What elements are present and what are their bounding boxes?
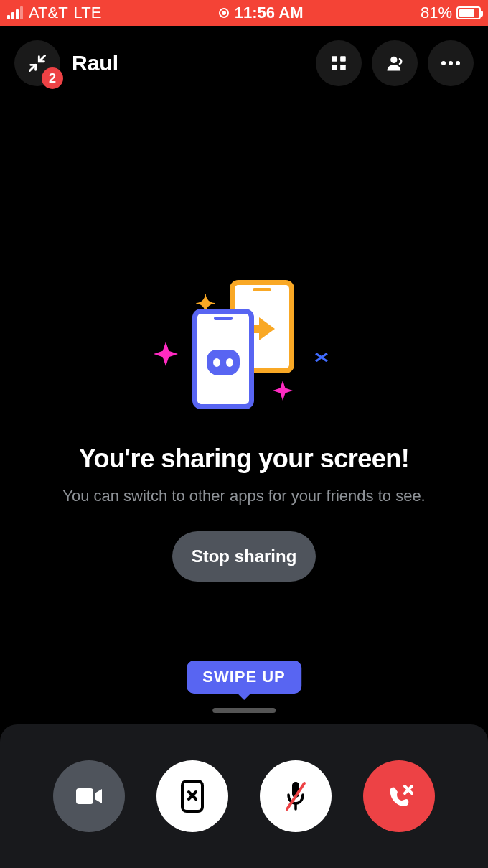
- camera-toggle-button[interactable]: [53, 760, 125, 832]
- mic-muted-icon: [283, 780, 309, 812]
- battery-pct-label: 81%: [421, 4, 452, 22]
- grid-view-button[interactable]: [316, 40, 362, 86]
- status-right: 81%: [421, 4, 481, 22]
- svg-rect-1: [340, 56, 346, 62]
- svg-point-4: [390, 57, 397, 63]
- collapse-button[interactable]: 2: [14, 40, 60, 86]
- svg-rect-0: [332, 56, 337, 62]
- svg-rect-2: [332, 65, 337, 70]
- sparkle-icon: [154, 342, 178, 366]
- phone-front-icon: [192, 309, 254, 409]
- swipe-up-label: SWIPE UP: [202, 668, 286, 686]
- status-bar: AT&T LTE 11:56 AM 81%: [0, 0, 488, 26]
- signal-icon: [7, 6, 23, 19]
- person-icon: [385, 53, 405, 73]
- stop-screenshare-button[interactable]: [156, 760, 228, 832]
- carrier-label: AT&T: [29, 4, 68, 22]
- clock-label: 11:56 AM: [235, 4, 304, 22]
- network-label: LTE: [74, 4, 102, 22]
- sparkle-x-icon: ✕: [313, 350, 329, 366]
- status-left: AT&T LTE: [7, 4, 101, 22]
- svg-point-6: [449, 61, 453, 65]
- sharing-illustration: ✦ ✕: [0, 280, 488, 424]
- svg-rect-3: [340, 65, 346, 70]
- sharing-subline: You can switch to other apps for your fr…: [0, 487, 488, 505]
- participants-button[interactable]: [372, 40, 418, 86]
- drag-handle[interactable]: [212, 708, 276, 713]
- grid-icon: [329, 54, 348, 73]
- swipe-up-hint[interactable]: SWIPE UP: [187, 661, 301, 713]
- screen-record-icon: [219, 8, 229, 18]
- stop-sharing-button[interactable]: Stop sharing: [172, 531, 316, 582]
- more-icon: [441, 60, 461, 66]
- call-header: 2 Raul: [0, 26, 488, 86]
- svg-point-7: [456, 61, 460, 65]
- phone-stop-icon: [181, 780, 204, 813]
- hangup-button[interactable]: [363, 760, 435, 832]
- notification-badge: 2: [42, 67, 63, 89]
- svg-rect-8: [76, 788, 93, 804]
- mic-toggle-button[interactable]: [260, 760, 332, 832]
- sparkle-icon: [273, 381, 293, 401]
- stop-sharing-label: Stop sharing: [192, 546, 297, 566]
- video-camera-icon: [75, 785, 103, 807]
- svg-point-5: [441, 61, 446, 65]
- hangup-icon: [382, 779, 416, 813]
- swipe-up-bubble: SWIPE UP: [187, 661, 301, 694]
- status-center: 11:56 AM: [219, 4, 304, 22]
- badge-count: 2: [49, 71, 56, 86]
- more-options-button[interactable]: [428, 40, 474, 86]
- sharing-headline: You're sharing your screen!: [0, 444, 488, 474]
- call-title: Raul: [72, 51, 304, 75]
- discord-logo-icon: [207, 350, 240, 375]
- battery-icon: [456, 6, 481, 19]
- call-controls: [0, 724, 488, 868]
